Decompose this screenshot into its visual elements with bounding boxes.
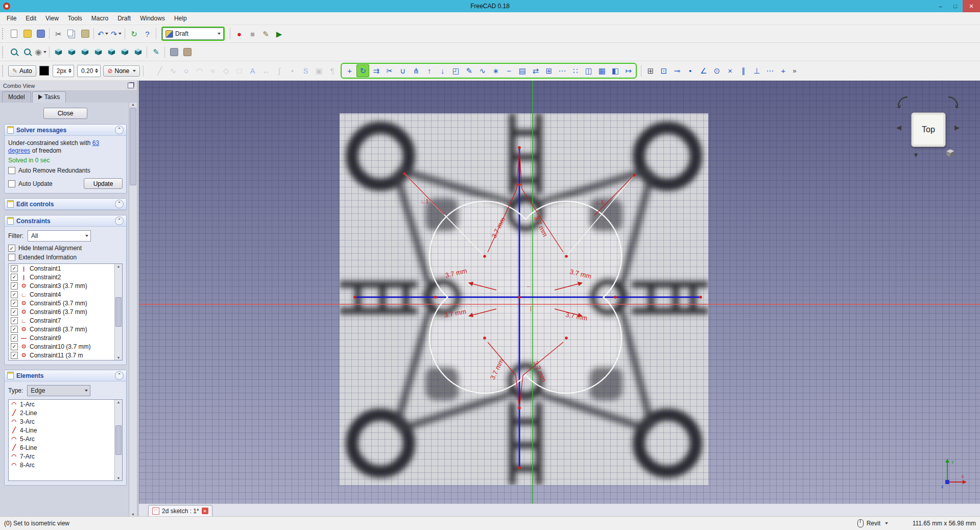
macro-stop-icon[interactable]: ■: [246, 28, 259, 40]
draft-to-sketch-icon[interactable]: ⇄: [529, 64, 542, 77]
draft-polygon-icon[interactable]: ◇: [220, 64, 232, 77]
snap-angle-icon[interactable]: ∠: [697, 64, 710, 77]
list-scrollbar[interactable]: ▲▼: [114, 264, 122, 360]
constraint-row[interactable]: ✓|Constraint1: [9, 264, 122, 273]
draft-trimex-icon[interactable]: ✂: [383, 64, 396, 77]
element-row[interactable]: ◠1-Arc: [9, 400, 122, 408]
sketch-point[interactable]: [565, 255, 568, 258]
sketch-point[interactable]: [434, 296, 437, 299]
snap-lock-icon[interactable]: ⊡: [657, 64, 670, 77]
nav-cube[interactable]: Top: [911, 112, 946, 147]
workbench-selector[interactable]: Draft: [162, 28, 224, 40]
constraint-checkbox[interactable]: ✓: [11, 291, 18, 298]
element-row[interactable]: ◠3-Arc: [9, 417, 122, 426]
open-file-icon[interactable]: [21, 28, 34, 40]
menu-help[interactable]: Help: [170, 13, 192, 23]
cut-icon[interactable]: ✂: [52, 28, 65, 40]
draft-mirror-icon[interactable]: ◧: [609, 64, 622, 77]
constraint-row[interactable]: ✓∟Constraint7: [9, 316, 122, 325]
edit-controls-header[interactable]: Edit controls ˆ: [5, 199, 126, 210]
global-scale-combo[interactable]: 0.20: [77, 65, 101, 77]
auto-remove-redundants-checkbox[interactable]: [8, 167, 15, 174]
draft-text-icon[interactable]: A: [246, 64, 259, 77]
constraints-header[interactable]: Constraints ˆ: [5, 215, 126, 227]
draft-wire-icon[interactable]: ∿: [166, 64, 179, 77]
refresh-icon[interactable]: ↻: [128, 28, 140, 40]
mini-cube-icon[interactable]: [945, 148, 955, 158]
tab-model[interactable]: Model: [2, 91, 31, 103]
sketch-point[interactable]: [518, 406, 521, 409]
menu-macro[interactable]: Macro: [87, 13, 113, 23]
constraint-row[interactable]: ✓⊙Constraint11 (3.7 m: [9, 351, 122, 359]
dimension-label[interactable]: 3.7 mm: [444, 307, 467, 319]
scroll-down-icon[interactable]: ▼: [117, 356, 121, 359]
scroll-down-icon[interactable]: ▼: [117, 476, 121, 480]
constraint-row[interactable]: ✓⊙Constraint6 (3.7 mm): [9, 307, 122, 316]
dimension-label[interactable]: 3.7 mm: [565, 310, 588, 322]
macro-record-icon[interactable]: ●: [233, 28, 246, 40]
sketch-point[interactable]: [518, 296, 521, 299]
scroll-up-icon[interactable]: ▲: [117, 400, 121, 404]
draft-arc-icon[interactable]: ◠: [193, 64, 206, 77]
constraint-checkbox[interactable]: ✓: [11, 282, 18, 290]
whats-this-icon[interactable]: ?: [141, 28, 154, 40]
constraint-checkbox[interactable]: ✓: [11, 308, 18, 316]
draft-split-icon[interactable]: ⋔: [410, 64, 422, 77]
texture-mapping-icon[interactable]: [181, 45, 194, 58]
draft-downgrade-icon[interactable]: ↓: [436, 64, 449, 77]
view-isometric-icon[interactable]: [52, 45, 65, 58]
close-button[interactable]: ✕: [963, 0, 980, 12]
constraint-list[interactable]: ✓|Constraint1✓|Constraint2✓⊙Constraint3 …: [8, 263, 123, 360]
extended-information-checkbox[interactable]: [8, 254, 15, 261]
sketch-point[interactable]: [518, 146, 521, 149]
constraint-checkbox[interactable]: ✓: [11, 326, 18, 333]
grid-toggle-icon[interactable]: ⊞: [644, 64, 657, 77]
draft-label-icon[interactable]: ¶: [326, 64, 339, 77]
draft-bspline-icon[interactable]: ≈: [206, 64, 219, 77]
constraint-row[interactable]: ✓⊙Constraint10 (3.7 mm): [9, 342, 122, 351]
constraint-row[interactable]: ✓⊙Constraint5 (3.7 mm): [9, 299, 122, 307]
draft-path-array-icon[interactable]: ⋯: [556, 64, 568, 77]
macro-edit-icon[interactable]: ✎: [259, 28, 272, 40]
draft-circle-icon[interactable]: ○: [180, 64, 193, 77]
task-close-button[interactable]: Close: [43, 108, 87, 119]
sketch-point[interactable]: [565, 336, 568, 340]
nav-left-arrow[interactable]: ◀: [896, 124, 901, 131]
list-scrollbar[interactable]: ▲▼: [114, 400, 122, 480]
menu-draft[interactable]: Draft: [113, 13, 135, 23]
macro-execute-icon[interactable]: ▶: [273, 28, 285, 40]
rotate-ccw-arrow-icon[interactable]: [896, 95, 910, 108]
constraint-checkbox[interactable]: ✓: [11, 274, 18, 281]
draft-stretch-icon[interactable]: ↦: [622, 64, 635, 77]
element-type-select[interactable]: Edge: [27, 385, 90, 396]
draw-style-icon[interactable]: ◉: [34, 45, 47, 58]
dimension-label[interactable]: 3.7 mm: [444, 267, 468, 279]
draft-scale-icon[interactable]: ◰: [449, 64, 462, 77]
draft-drawing-icon[interactable]: ▦: [595, 64, 608, 77]
constraint-row[interactable]: ✓∟Constraint4: [9, 290, 122, 299]
collapse-icon[interactable]: ˆ: [115, 126, 124, 134]
scrollbar-thumb[interactable]: [115, 297, 122, 327]
menu-edit[interactable]: Edit: [21, 13, 41, 23]
menu-windows[interactable]: Windows: [135, 13, 170, 23]
spinner-icon[interactable]: [95, 68, 98, 73]
draft-line-icon[interactable]: ╱: [153, 64, 166, 77]
panel-scrollbar[interactable]: ▲ ▼: [129, 103, 137, 516]
measure-distance-icon[interactable]: ✎: [150, 45, 162, 58]
elements-header[interactable]: Elements ˆ: [5, 370, 126, 381]
save-file-icon[interactable]: [34, 28, 47, 40]
element-row[interactable]: ╱6-Line: [9, 443, 122, 452]
constraint-checkbox[interactable]: ✓: [11, 352, 18, 359]
copy-icon[interactable]: [65, 28, 78, 40]
document-tab[interactable]: ◠ 2d sketch : 1* ×: [148, 505, 212, 516]
rotate-cw-arrow-icon[interactable]: [946, 95, 960, 108]
snap-endpoint-icon[interactable]: ⊸: [671, 64, 683, 77]
constraint-row[interactable]: ✓⊙Constraint3 (3.7 mm): [9, 281, 122, 290]
dimension-label[interactable]: 3.7 mm: [532, 359, 547, 383]
view-rear-icon[interactable]: [105, 45, 118, 58]
nav-down-arrow[interactable]: ▼: [913, 151, 919, 159]
sketch-point[interactable]: [353, 296, 356, 299]
scrollbar-thumb[interactable]: [115, 425, 122, 455]
draft-move-icon[interactable]: +: [343, 64, 356, 77]
autogroup-button[interactable]: ⊘ None: [103, 65, 140, 77]
